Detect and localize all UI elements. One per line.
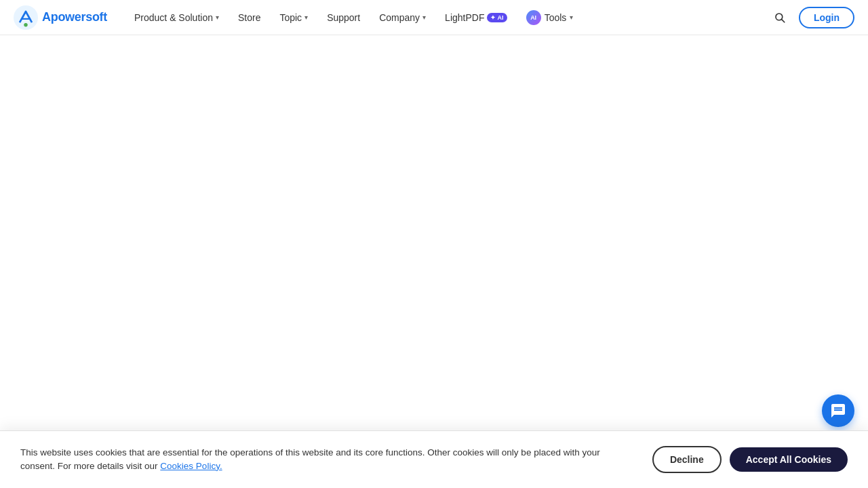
nav-item-topic[interactable]: Topic ▾ [271, 8, 316, 27]
header-right: Login [769, 7, 854, 28]
logo[interactable]: Apowersoft [14, 5, 107, 30]
nav-item-company[interactable]: Company ▾ [371, 8, 434, 27]
lightpdf-ai-badge: ✦ AI [487, 13, 507, 22]
decline-button[interactable]: Decline [652, 446, 722, 473]
header: Apowersoft Product & Solution ▾ Store To… [0, 0, 868, 35]
chevron-down-icon: ▾ [570, 14, 573, 21]
login-button[interactable]: Login [799, 7, 854, 28]
chevron-down-icon: ▾ [216, 14, 219, 21]
nav-item-lightpdf[interactable]: LightPDF ✦ AI [437, 8, 515, 27]
search-button[interactable] [769, 7, 791, 28]
chat-bubble-button[interactable] [822, 394, 854, 427]
chevron-down-icon: ▾ [422, 14, 426, 21]
nav-item-support[interactable]: Support [319, 8, 368, 27]
chevron-down-icon: ▾ [304, 14, 308, 21]
svg-line-3 [782, 19, 785, 22]
logo-text: Apowersoft [42, 10, 107, 24]
search-icon [774, 12, 786, 24]
cookie-buttons: Decline Accept All Cookies [652, 446, 848, 473]
cookie-message: This website uses cookies that are essen… [20, 446, 632, 474]
chat-icon [830, 403, 846, 419]
nav-item-ai-tools[interactable]: AI Tools ▾ [518, 6, 582, 29]
main-nav: Product & Solution ▾ Store Topic ▾ Suppo… [126, 6, 769, 29]
nav-item-product-solution[interactable]: Product & Solution ▾ [126, 8, 227, 27]
cookie-banner: This website uses cookies that are essen… [0, 430, 868, 489]
accept-cookies-button[interactable]: Accept All Cookies [730, 447, 848, 472]
ai-icon: AI [526, 10, 541, 25]
logo-icon [14, 5, 38, 30]
cookie-policy-link[interactable]: Cookies Policy. [160, 461, 222, 471]
nav-item-store[interactable]: Store [230, 8, 269, 27]
main-content [0, 35, 868, 488]
